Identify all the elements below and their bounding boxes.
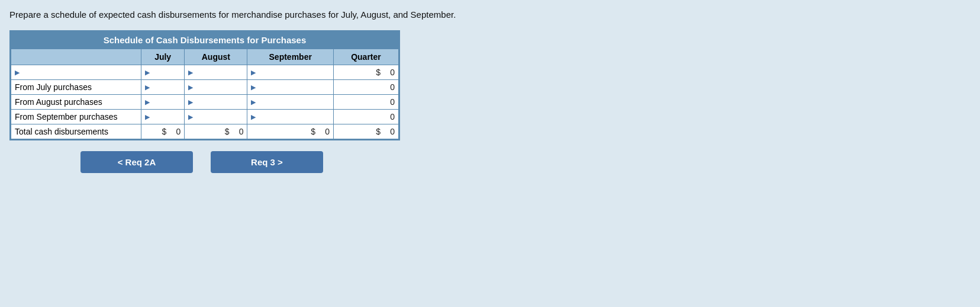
- arrow-icon-r3s: ▶: [251, 98, 256, 106]
- row-quarter-1: $ 0: [333, 65, 398, 80]
- row-july-3[interactable]: ▶: [141, 95, 185, 110]
- table-row: ▶ ▶ ▶ ▶: [11, 65, 399, 80]
- arrow-icon-r3a: ▶: [188, 98, 193, 106]
- instruction-text: Prepare a schedule of expected cash disb…: [9, 7, 456, 22]
- row-august-total: $ 0: [185, 124, 247, 139]
- schedule-table-wrapper: Schedule of Cash Disbursements for Purch…: [9, 30, 400, 140]
- row-september-4[interactable]: ▶: [247, 110, 333, 124]
- dollar-sign-total-a: $: [225, 127, 230, 136]
- row-july-1[interactable]: ▶: [141, 65, 185, 80]
- arrow-icon-r1l: ▶: [15, 69, 20, 76]
- row-quarter-total: $ 0: [333, 124, 398, 139]
- col-header-label: [11, 49, 141, 65]
- arrow-icon-r2j: ▶: [145, 84, 150, 91]
- arrow-icon-r1s: ▶: [251, 69, 256, 76]
- arrow-icon-r1a: ▶: [188, 69, 193, 76]
- row-august-3[interactable]: ▶: [185, 95, 247, 110]
- row-july-total: $ 0: [141, 124, 185, 139]
- quarter-total-value: 0: [383, 127, 395, 136]
- table-title: Schedule of Cash Disbursements for Purch…: [11, 31, 399, 49]
- table-row: From July purchases ▶ ▶ ▶: [11, 80, 399, 95]
- next-button[interactable]: Req 3 >: [211, 151, 323, 173]
- row-september-total: $ 0: [247, 124, 333, 139]
- row-august-1[interactable]: ▶: [185, 65, 247, 80]
- dollar-sign-r1: $: [376, 68, 381, 77]
- july-total-value: 0: [169, 127, 180, 136]
- arrow-icon-r4j: ▶: [145, 113, 150, 121]
- row-label-total: Total cash disbursements: [11, 124, 141, 139]
- arrow-icon-r4s: ▶: [251, 113, 256, 121]
- dollar-sign-total-q: $: [376, 127, 381, 136]
- disbursements-table: July August September Quarter ▶ ▶: [11, 49, 399, 139]
- row-august-4[interactable]: ▶: [185, 110, 247, 124]
- row-label-august-purchases: From August purchases: [11, 95, 141, 110]
- row-quarter-4: 0: [333, 110, 398, 124]
- row-quarter-2: 0: [333, 80, 398, 95]
- col-header-july: July: [141, 49, 185, 65]
- arrow-icon-r2s: ▶: [251, 84, 256, 91]
- col-header-september: September: [247, 49, 333, 65]
- quarter-value-r4: 0: [383, 112, 395, 121]
- row-july-4[interactable]: ▶: [141, 110, 185, 124]
- table-row: From August purchases ▶ ▶ ▶: [11, 95, 399, 110]
- arrow-icon-r2a: ▶: [188, 84, 193, 91]
- row-september-1[interactable]: ▶: [247, 65, 333, 80]
- quarter-value-r1: 0: [383, 68, 395, 77]
- quarter-value-r2: 0: [383, 82, 395, 92]
- arrow-icon-r3j: ▶: [145, 98, 150, 106]
- row-august-2[interactable]: ▶: [185, 80, 247, 95]
- dollar-sign-total-j: $: [162, 127, 166, 136]
- dollar-sign-total-s: $: [311, 127, 315, 136]
- table-row: From September purchases ▶ ▶ ▶: [11, 110, 399, 124]
- row-label-september-purchases: From September purchases: [11, 110, 141, 124]
- prev-button[interactable]: < Req 2A: [80, 151, 193, 173]
- row-label-july-purchases: From July purchases: [11, 80, 141, 95]
- arrow-icon-r4a: ▶: [188, 113, 193, 121]
- navigation-buttons: < Req 2A Req 3 >: [80, 151, 323, 173]
- september-total-value: 0: [318, 127, 330, 136]
- row-september-3[interactable]: ▶: [247, 95, 333, 110]
- row-july-2[interactable]: ▶: [141, 80, 185, 95]
- col-header-august: August: [185, 49, 247, 65]
- total-row: Total cash disbursements $ 0 $ 0: [11, 124, 399, 139]
- row-september-2[interactable]: ▶: [247, 80, 333, 95]
- august-total-value: 0: [231, 127, 243, 136]
- col-header-quarter: Quarter: [333, 49, 398, 65]
- row-quarter-3: 0: [333, 95, 398, 110]
- arrow-icon-r1j: ▶: [145, 69, 150, 76]
- quarter-value-r3: 0: [383, 97, 395, 107]
- table-header-row: July August September Quarter: [11, 49, 399, 65]
- row-label-1: ▶: [11, 65, 141, 80]
